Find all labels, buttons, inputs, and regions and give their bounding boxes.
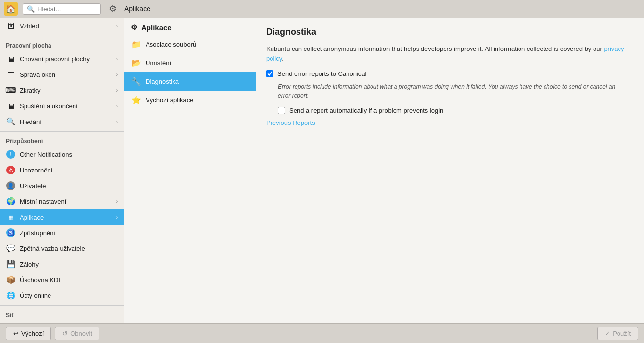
zalohy-icon: 💾 xyxy=(6,259,16,269)
sidebar-item-chovani[interactable]: 🖥 Chování pracovní plochy › xyxy=(0,51,124,67)
sidebar-label-uschovna: Úschovna KDE xyxy=(20,276,118,284)
chevron-icon: › xyxy=(116,56,118,62)
middle-item-vychozi[interactable]: ⭐ Výchozí aplikace xyxy=(124,91,256,109)
uzivatele-icon: 👤 xyxy=(6,181,16,191)
bottom-bar: ↩ Výchozí ↺ Obnovit ✓ Použít xyxy=(0,323,644,343)
sidebar-item-vzhled[interactable]: 🖼 Vzhled › xyxy=(0,18,124,34)
diagnostika-icon: 🔧 xyxy=(131,76,142,87)
sidebar-item-spusteni[interactable]: 🖥 Spuštění a ukončení › xyxy=(0,98,124,114)
sidebar-label-aplikace: Aplikace xyxy=(20,214,112,221)
send-auto-report-checkbox[interactable] xyxy=(278,107,285,114)
other-notif-icon: ! xyxy=(6,149,16,159)
content-title: Diagnostika xyxy=(266,27,634,37)
top-bar-title: Aplikace xyxy=(124,5,150,13)
divider xyxy=(0,36,124,36)
vychozi-button[interactable]: ↩ Výchozí xyxy=(6,327,51,340)
search-box[interactable]: 🔍 xyxy=(23,3,101,15)
zpristupneni-icon: ♿ xyxy=(6,228,16,238)
ucty-icon: 🌐 xyxy=(6,291,16,300)
send-error-reports-checkbox[interactable] xyxy=(266,70,273,77)
chevron-icon: › xyxy=(116,199,118,204)
sidebar-label-zpetna: Zpětná vazba uživatele xyxy=(20,245,118,252)
sidebar-item-hledani[interactable]: 🔍 Hledání › xyxy=(0,114,124,129)
error-info-text: Error reports include information about … xyxy=(278,82,621,100)
send-error-reports-row: Send error reports to Canonical xyxy=(266,70,634,77)
middle-label-umisteni: Umístění xyxy=(146,59,171,67)
top-bar: 🏠 🔍 ⚙ Aplikace xyxy=(0,0,644,18)
middle-panel-title: ⚙ Aplikace xyxy=(124,18,256,35)
middle-label-diagnostika: Diagnostika xyxy=(146,78,179,85)
aplikace-icon: ▦ xyxy=(6,212,16,222)
middle-panel: ⚙ Aplikace 📁 Asociace souborů 📂 Umístění… xyxy=(124,18,256,323)
umisteni-icon: 📂 xyxy=(131,57,142,68)
middle-item-umisteni[interactable]: 📂 Umístění xyxy=(124,53,256,72)
sidebar-label-spusteni: Spuštění a ukončení xyxy=(20,102,112,110)
sidebar-item-label: Vzhled xyxy=(20,23,112,30)
sidebar-item-aplikace[interactable]: ▦ Aplikace › xyxy=(0,209,124,225)
sidebar-item-upozorneni[interactable]: ⚠ Upozornění xyxy=(0,162,124,178)
sidebar-label-hledani: Hledání xyxy=(20,118,112,125)
section-header-sit: Síť xyxy=(0,308,124,320)
sidebar-label-chovani: Chování pracovní plochy xyxy=(20,55,112,63)
section-header-pracovni: Pracovní plocha xyxy=(0,38,124,51)
home-icon[interactable]: 🏠 xyxy=(4,2,18,16)
vychozi-icon: ↩ xyxy=(13,330,19,337)
search-icon: 🔍 xyxy=(27,5,35,13)
sidebar-item-other-notifications[interactable]: ! Other Notifications xyxy=(0,147,124,162)
sidebar-item-uzivatele[interactable]: 👤 Uživatelé xyxy=(0,178,124,194)
vzhled-icon: 🖼 xyxy=(6,21,16,31)
sidebar-item-sprava[interactable]: 🗔 Správa oken › xyxy=(0,67,124,82)
section-header-prizp: Přizpůsobení xyxy=(0,134,124,147)
mistni-icon: 🌍 xyxy=(6,196,16,206)
sidebar-label-zkratky: Zkratky xyxy=(20,87,112,94)
desc-end: . xyxy=(282,55,284,62)
chevron-icon: › xyxy=(116,215,118,220)
vychozi-icon: ⭐ xyxy=(131,95,142,105)
zkratky-icon: ⌨ xyxy=(6,85,16,95)
middle-gear-icon: ⚙ xyxy=(131,23,137,32)
sidebar-item-zkratky[interactable]: ⌨ Zkratky › xyxy=(0,82,124,98)
sidebar-item-uschovna[interactable]: 📦 Úschovna KDE xyxy=(0,272,124,288)
sidebar-item-mistni[interactable]: 🌍 Místní nastavení › xyxy=(0,194,124,209)
sprava-icon: 🗔 xyxy=(6,70,16,79)
sidebar-label-uzivatele: Uživatelé xyxy=(20,182,118,190)
chevron-icon: › xyxy=(116,72,118,77)
hledani-icon: 🔍 xyxy=(6,117,16,126)
main-layout: 🖼 Vzhled › Pracovní plocha 🖥 Chování pra… xyxy=(0,18,644,323)
middle-item-asociace[interactable]: 📁 Asociace souborů xyxy=(124,35,256,53)
sidebar-label-mistni: Místní nastavení xyxy=(20,198,112,205)
obnovit-button[interactable]: ↺ Obnovit xyxy=(55,327,99,340)
sidebar-label-upozorneni: Upozornění xyxy=(20,167,118,174)
sidebar-item-ucty[interactable]: 🌐 Účty online xyxy=(0,288,124,303)
chovani-icon: 🖥 xyxy=(6,54,16,64)
sidebar-label-other-notif: Other Notifications xyxy=(20,151,118,158)
sidebar-item-zpetna-vazba[interactable]: 💬 Zpětná vazba uživatele xyxy=(0,241,124,256)
asociace-icon: 📁 xyxy=(131,39,142,49)
divider xyxy=(0,305,124,306)
sidebar-label-sprava: Správa oken xyxy=(20,71,112,78)
sidebar-item-zpristupneni[interactable]: ♿ Zpřístupnění xyxy=(0,225,124,241)
send-auto-report-label[interactable]: Send a report automatically if a problem… xyxy=(289,107,443,114)
pouzit-button[interactable]: ✓ Použít xyxy=(597,327,638,340)
zpetna-icon: 💬 xyxy=(6,244,16,253)
desc-text: Kubuntu can collect anonymous informatio… xyxy=(266,45,602,52)
pouzit-label: Použít xyxy=(613,330,631,337)
sidebar-item-zalohy[interactable]: 💾 Zálohy xyxy=(0,256,124,272)
search-input[interactable] xyxy=(37,5,97,13)
chevron-icon: › xyxy=(116,119,118,124)
middle-item-diagnostika[interactable]: 🔧 Diagnostika xyxy=(124,72,256,91)
sidebar-label-ucty: Účty online xyxy=(20,292,118,299)
content-description: Kubuntu can collect anonymous informatio… xyxy=(266,44,634,63)
chevron-icon: › xyxy=(116,24,118,29)
send-error-reports-label[interactable]: Send error reports to Canonical xyxy=(277,70,366,77)
obnovit-label: Obnovit xyxy=(70,330,92,337)
middle-label-asociace: Asociace souborů xyxy=(146,41,196,48)
previous-reports-link[interactable]: Previous Reports xyxy=(266,119,634,126)
divider xyxy=(0,131,124,132)
content-panel: Diagnostika Kubuntu can collect anonymou… xyxy=(256,18,644,323)
spusteni-icon: 🖥 xyxy=(6,101,16,111)
sidebar-label-zpristupneni: Zpřístupnění xyxy=(20,229,118,237)
sidebar-label-zalohy: Zálohy xyxy=(20,261,118,268)
chevron-icon: › xyxy=(116,103,118,109)
settings-icon: ⚙ xyxy=(106,2,120,16)
